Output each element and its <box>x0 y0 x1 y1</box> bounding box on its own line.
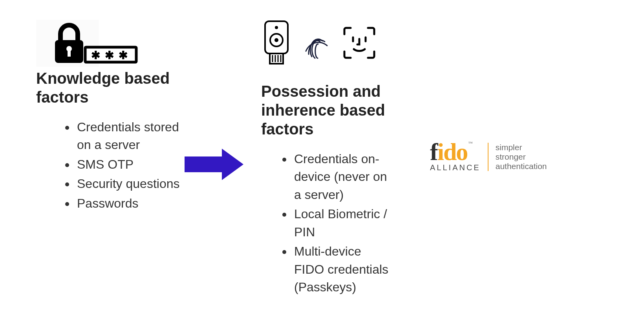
knowledge-bullets: Credentials stored on a server SMS OTP S… <box>36 118 185 212</box>
lock-password-icon: ✱ ✱ ✱ <box>36 20 146 69</box>
fido-wordmark: fido™ <box>430 142 472 162</box>
svg-text:✱: ✱ <box>105 49 114 61</box>
list-item: Multi-device FIDO credentials (Passkeys) <box>293 243 395 296</box>
knowledge-icon-block: ✱ ✱ ✱ <box>36 20 146 69</box>
possession-factors-column: Possession and inherence based factors C… <box>261 20 395 298</box>
list-item: Security questions <box>75 175 185 193</box>
password-dots-icon: ✱ ✱ ✱ <box>91 49 128 61</box>
svg-marker-8 <box>185 149 243 180</box>
svg-point-10 <box>275 26 278 29</box>
possession-heading: Possession and inherence based factors <box>261 82 395 138</box>
svg-point-12 <box>274 38 278 42</box>
possession-icon-block <box>261 20 395 66</box>
arrow-right-icon <box>185 149 243 180</box>
fingerprint-icon <box>299 25 334 61</box>
list-item: Local Biometric / PIN <box>293 205 395 241</box>
fido-alliance-logo: fido™ ALLIANCE simpler stronger authenti… <box>430 142 587 172</box>
knowledge-heading: Knowledge based factors <box>36 69 185 107</box>
possession-bullets: Credentials on-device (never on a server… <box>261 150 395 296</box>
svg-rect-3 <box>68 50 71 57</box>
face-id-icon <box>341 25 377 61</box>
list-item: Credentials on-device (never on a server… <box>293 150 395 204</box>
fido-tagline: simpler stronger authentication <box>496 143 547 171</box>
list-item: SMS OTP <box>75 156 185 173</box>
knowledge-factors-column: ✱ ✱ ✱ Knowledge based factors Credential… <box>36 20 185 214</box>
security-key-icon <box>261 20 292 66</box>
list-item: Passwords <box>75 195 185 212</box>
svg-text:✱: ✱ <box>119 49 128 61</box>
fido-alliance-label: ALLIANCE <box>430 163 481 172</box>
divider <box>488 143 488 171</box>
list-item: Credentials stored on a server <box>75 118 185 154</box>
svg-text:✱: ✱ <box>91 49 100 61</box>
